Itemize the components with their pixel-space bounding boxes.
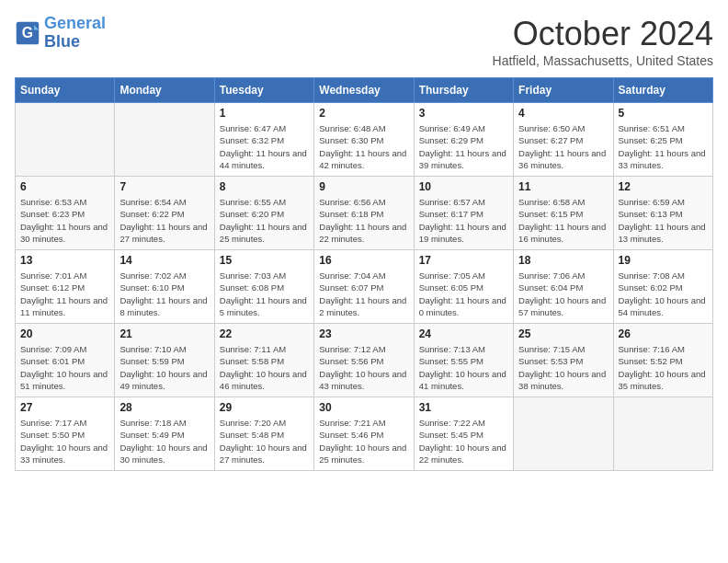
day-number: 3: [419, 107, 508, 120]
day-number: 20: [20, 327, 109, 340]
calendar-cell: [16, 103, 115, 177]
cell-content: Sunrise: 7:15 AM Sunset: 5:53 PM Dayligh…: [518, 343, 608, 392]
cell-content: Sunrise: 7:21 AM Sunset: 5:46 PM Dayligh…: [319, 417, 408, 465]
month-title: October 2024: [493, 15, 713, 53]
cell-content: Sunrise: 6:50 AM Sunset: 6:27 PM Dayligh…: [518, 122, 608, 171]
calendar-cell: 4Sunrise: 6:50 AM Sunset: 6:27 PM Daylig…: [514, 103, 613, 177]
logo-icon: G: [15, 20, 40, 46]
calendar-cell: 20Sunrise: 7:09 AM Sunset: 6:01 PM Dayli…: [16, 324, 115, 397]
cell-content: Sunrise: 7:11 AM Sunset: 5:58 PM Dayligh…: [220, 343, 309, 392]
day-number: 27: [20, 401, 109, 414]
day-number: 30: [319, 401, 408, 414]
calendar-cell: 24Sunrise: 7:13 AM Sunset: 5:55 PM Dayli…: [414, 324, 513, 397]
day-number: 18: [518, 254, 608, 267]
calendar-cell: 2Sunrise: 6:48 AM Sunset: 6:30 PM Daylig…: [314, 103, 414, 177]
calendar-cell: 28Sunrise: 7:18 AM Sunset: 5:49 PM Dayli…: [115, 397, 214, 471]
weekday-header-row: SundayMondayTuesdayWednesdayThursdayFrid…: [16, 78, 713, 103]
day-number: 10: [419, 180, 508, 193]
calendar-cell: 14Sunrise: 7:02 AM Sunset: 6:10 PM Dayli…: [115, 250, 214, 324]
day-number: 9: [319, 180, 408, 193]
calendar-cell: 23Sunrise: 7:12 AM Sunset: 5:56 PM Dayli…: [314, 324, 414, 397]
day-number: 8: [220, 180, 309, 193]
weekday-header-wednesday: Wednesday: [314, 78, 414, 103]
day-number: 22: [220, 327, 309, 340]
day-number: 17: [419, 254, 508, 267]
calendar-week-1: 1Sunrise: 6:47 AM Sunset: 6:32 PM Daylig…: [16, 103, 713, 177]
day-number: 21: [119, 327, 209, 340]
cell-content: Sunrise: 7:09 AM Sunset: 6:01 PM Dayligh…: [20, 343, 109, 392]
calendar-cell: 7Sunrise: 6:54 AM Sunset: 6:22 PM Daylig…: [115, 177, 214, 250]
cell-content: Sunrise: 6:49 AM Sunset: 6:29 PM Dayligh…: [419, 122, 508, 171]
day-number: 28: [119, 401, 209, 414]
calendar-table: SundayMondayTuesdayWednesdayThursdayFrid…: [15, 77, 713, 471]
calendar-cell: [613, 397, 712, 471]
calendar-cell: 3Sunrise: 6:49 AM Sunset: 6:29 PM Daylig…: [414, 103, 513, 177]
calendar-week-2: 6Sunrise: 6:53 AM Sunset: 6:23 PM Daylig…: [16, 177, 713, 250]
cell-content: Sunrise: 6:48 AM Sunset: 6:30 PM Dayligh…: [319, 122, 408, 171]
calendar-cell: 27Sunrise: 7:17 AM Sunset: 5:50 PM Dayli…: [16, 397, 115, 471]
calendar-cell: 1Sunrise: 6:47 AM Sunset: 6:32 PM Daylig…: [214, 103, 313, 177]
day-number: 15: [220, 254, 309, 267]
cell-content: Sunrise: 7:18 AM Sunset: 5:49 PM Dayligh…: [119, 417, 209, 465]
day-number: 14: [119, 254, 209, 267]
calendar-cell: 12Sunrise: 6:59 AM Sunset: 6:13 PM Dayli…: [613, 177, 712, 250]
day-number: 16: [319, 254, 408, 267]
calendar-cell: 5Sunrise: 6:51 AM Sunset: 6:25 PM Daylig…: [613, 103, 712, 177]
calendar-cell: 26Sunrise: 7:16 AM Sunset: 5:52 PM Dayli…: [613, 324, 712, 397]
day-number: 2: [319, 107, 408, 120]
cell-content: Sunrise: 6:53 AM Sunset: 6:23 PM Dayligh…: [20, 196, 109, 245]
day-number: 4: [518, 107, 608, 120]
weekday-header-monday: Monday: [115, 78, 214, 103]
day-number: 12: [619, 180, 708, 193]
cell-content: Sunrise: 6:47 AM Sunset: 6:32 PM Dayligh…: [220, 122, 309, 171]
logo-text-line1: General: [44, 15, 106, 33]
calendar-cell: 29Sunrise: 7:20 AM Sunset: 5:48 PM Dayli…: [214, 397, 313, 471]
cell-content: Sunrise: 7:03 AM Sunset: 6:08 PM Dayligh…: [220, 270, 309, 318]
day-number: 19: [619, 254, 708, 267]
cell-content: Sunrise: 7:08 AM Sunset: 6:02 PM Dayligh…: [619, 270, 708, 318]
calendar-cell: 17Sunrise: 7:05 AM Sunset: 6:05 PM Dayli…: [414, 250, 513, 324]
calendar-cell: 18Sunrise: 7:06 AM Sunset: 6:04 PM Dayli…: [514, 250, 613, 324]
cell-content: Sunrise: 7:04 AM Sunset: 6:07 PM Dayligh…: [319, 270, 408, 318]
calendar-week-3: 13Sunrise: 7:01 AM Sunset: 6:12 PM Dayli…: [16, 250, 713, 324]
day-number: 1: [220, 107, 309, 120]
calendar-cell: [115, 103, 214, 177]
calendar-cell: [514, 397, 613, 471]
calendar-cell: 25Sunrise: 7:15 AM Sunset: 5:53 PM Dayli…: [514, 324, 613, 397]
calendar-cell: 11Sunrise: 6:58 AM Sunset: 6:15 PM Dayli…: [514, 177, 613, 250]
cell-content: Sunrise: 6:58 AM Sunset: 6:15 PM Dayligh…: [518, 196, 608, 245]
calendar-week-4: 20Sunrise: 7:09 AM Sunset: 6:01 PM Dayli…: [16, 324, 713, 397]
day-number: 6: [20, 180, 109, 193]
cell-content: Sunrise: 7:06 AM Sunset: 6:04 PM Dayligh…: [518, 270, 608, 318]
calendar-cell: 22Sunrise: 7:11 AM Sunset: 5:58 PM Dayli…: [214, 324, 313, 397]
cell-content: Sunrise: 6:54 AM Sunset: 6:22 PM Dayligh…: [119, 196, 209, 245]
day-number: 5: [619, 107, 708, 120]
calendar-cell: 31Sunrise: 7:22 AM Sunset: 5:45 PM Dayli…: [414, 397, 513, 471]
day-number: 23: [319, 327, 408, 340]
cell-content: Sunrise: 6:57 AM Sunset: 6:17 PM Dayligh…: [419, 196, 508, 245]
day-number: 7: [119, 180, 209, 193]
logo: G General Blue: [15, 15, 106, 52]
calendar-cell: 15Sunrise: 7:03 AM Sunset: 6:08 PM Dayli…: [214, 250, 313, 324]
cell-content: Sunrise: 6:51 AM Sunset: 6:25 PM Dayligh…: [619, 122, 708, 171]
day-number: 13: [20, 254, 109, 267]
cell-content: Sunrise: 7:12 AM Sunset: 5:56 PM Dayligh…: [319, 343, 408, 392]
weekday-header-friday: Friday: [514, 78, 613, 103]
cell-content: Sunrise: 7:02 AM Sunset: 6:10 PM Dayligh…: [119, 270, 209, 318]
calendar-cell: 19Sunrise: 7:08 AM Sunset: 6:02 PM Dayli…: [613, 250, 712, 324]
svg-text:G: G: [22, 25, 33, 40]
day-number: 11: [518, 180, 608, 193]
cell-content: Sunrise: 7:16 AM Sunset: 5:52 PM Dayligh…: [619, 343, 708, 392]
cell-content: Sunrise: 7:13 AM Sunset: 5:55 PM Dayligh…: [419, 343, 508, 392]
day-number: 31: [419, 401, 508, 414]
cell-content: Sunrise: 7:22 AM Sunset: 5:45 PM Dayligh…: [419, 417, 508, 465]
cell-content: Sunrise: 7:10 AM Sunset: 5:59 PM Dayligh…: [119, 343, 209, 392]
title-section: October 2024 Hatfield, Massachusetts, Un…: [493, 15, 713, 68]
weekday-header-tuesday: Tuesday: [214, 78, 313, 103]
cell-content: Sunrise: 7:05 AM Sunset: 6:05 PM Dayligh…: [419, 270, 508, 318]
calendar-cell: 13Sunrise: 7:01 AM Sunset: 6:12 PM Dayli…: [16, 250, 115, 324]
calendar-cell: 6Sunrise: 6:53 AM Sunset: 6:23 PM Daylig…: [16, 177, 115, 250]
calendar-cell: 21Sunrise: 7:10 AM Sunset: 5:59 PM Dayli…: [115, 324, 214, 397]
cell-content: Sunrise: 6:56 AM Sunset: 6:18 PM Dayligh…: [319, 196, 408, 245]
cell-content: Sunrise: 7:01 AM Sunset: 6:12 PM Dayligh…: [20, 270, 109, 318]
